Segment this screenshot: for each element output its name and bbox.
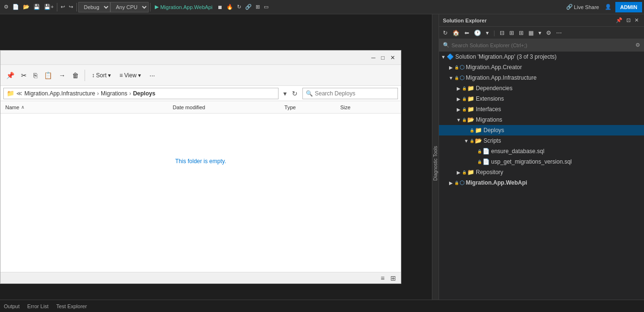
tree-item-ensure-db[interactable]: 🔒 📄 ensure_database.sql — [439, 146, 644, 156]
layout-btn[interactable]: ⊞ — [254, 3, 262, 11]
sort-button[interactable]: ↕ Sort ▾ — [89, 70, 114, 81]
chevron-2: › — [129, 90, 131, 97]
refresh-path-btn[interactable]: ↻ — [290, 89, 300, 98]
se-clock-btn[interactable]: 🕐 — [472, 29, 483, 37]
deploys-icon: 📁 — [475, 127, 482, 134]
attach-btn[interactable]: 🔗 — [243, 3, 254, 11]
close-btn[interactable]: ✕ — [387, 53, 398, 62]
tab-error-list[interactable]: Error List — [27, 302, 49, 310]
path-part-2: Migrations — [101, 90, 127, 97]
col-type-header[interactable]: Type — [284, 104, 340, 110]
se-preview-arrow-btn[interactable]: ▾ — [537, 29, 543, 37]
tree-item-interfaces[interactable]: ▶ 🔒 📁 Interfaces — [439, 104, 644, 114]
nav-cut-btn[interactable]: ✂ — [19, 70, 29, 81]
platform-dropdown[interactable]: Any CPU — [110, 2, 149, 12]
tree-item-dependencies[interactable]: ▶ 🔒 📁 Dependencies — [439, 83, 644, 94]
path-dropdown-btn[interactable]: ▾ — [281, 89, 289, 98]
tab-test-explorer[interactable]: Test Explorer — [56, 302, 87, 310]
flame-btn[interactable]: 🔥 — [225, 3, 235, 11]
redo-btn[interactable]: ↪ — [67, 3, 75, 11]
window-btn[interactable]: ▭ — [262, 3, 270, 11]
deps-arrow: ▶ — [455, 86, 462, 91]
nav-paste-btn[interactable]: 📋 — [42, 70, 54, 81]
nav-pin-btn[interactable]: 📌 — [4, 70, 16, 81]
se-title: Solution Explorer — [443, 18, 487, 23]
list-view-btn[interactable]: ≡ — [379, 273, 386, 283]
minimize-btn[interactable]: ─ — [368, 53, 378, 62]
run-button[interactable]: ▶ Migration.App.WebApi — [152, 3, 215, 11]
address-path[interactable]: 📁 ≪ Migration.App.Infrastructure › Migra… — [3, 88, 279, 99]
feedback-btn[interactable]: 👤 — [603, 3, 613, 11]
se-pin-btn[interactable]: 📌 — [614, 17, 624, 24]
search-box[interactable]: 🔍 — [302, 88, 398, 99]
live-share-btn[interactable]: 🔗 Live Share — [564, 3, 601, 11]
admin-button[interactable]: ADMIN — [615, 2, 642, 12]
save-all-btn[interactable]: 💾+ — [42, 3, 55, 11]
col-date-header[interactable]: Date modified — [173, 104, 285, 110]
grid-view-btn[interactable]: ⊞ — [388, 273, 398, 283]
visual-studio-icon[interactable]: ⚙ — [2, 3, 11, 11]
tree-item-usp[interactable]: 🔒 📄 usp_get_migrations_version.sql — [439, 156, 644, 167]
tree-item-solution[interactable]: ▼ 🔷 Solution 'Migration.App' (3 of 3 pro… — [439, 52, 644, 62]
view-icon: ≡ — [119, 72, 123, 79]
undo-btn[interactable]: ↩ — [59, 3, 67, 11]
more-options-btn[interactable]: ··· — [147, 70, 158, 81]
deps-label: Dependencies — [476, 85, 513, 92]
se-sync-btn[interactable]: ↻ — [441, 29, 450, 37]
repo-icon: 📁 — [467, 169, 474, 176]
col-name-header[interactable]: Name ∧ — [5, 104, 173, 110]
nav-delete-btn[interactable]: 🗑 — [70, 70, 81, 81]
nav-copy-btn[interactable]: ⎘ — [32, 70, 39, 81]
tree-item-infrastructure[interactable]: ▼ 🔒 ⬡ Migration.App.Infrastructure — [439, 73, 644, 83]
stop-btn[interactable]: ⏹ — [215, 3, 225, 11]
lock-icon-iface: 🔒 — [462, 107, 467, 112]
maximize-btn[interactable]: □ — [378, 53, 387, 62]
diagnostic-tools-panel[interactable]: Diagnostic Tools — [432, 14, 439, 300]
explorer-toolbar: 📌 ✂ ⎘ 📋 → 🗑 ↕ Sort ▾ ≡ View ▾ ··· — [0, 65, 401, 86]
nav-move-btn[interactable]: → — [57, 70, 67, 81]
col-size-header[interactable]: Size — [340, 104, 396, 110]
se-header-buttons: 📌 ⊡ ✕ — [614, 17, 640, 24]
creator-label: Migration.App.Creator — [466, 64, 522, 71]
se-misc-btn[interactable]: ⋯ — [554, 29, 564, 37]
tree-item-extensions[interactable]: ▶ 🔒 📁 Extensions — [439, 94, 644, 104]
ensure-db-label: ensure_database.sql — [491, 148, 544, 155]
se-settings-btn[interactable]: ⚙ — [544, 29, 553, 37]
view-button[interactable]: ≡ View ▾ — [117, 70, 144, 81]
lock-icon-ext: 🔒 — [462, 97, 467, 101]
se-home-btn[interactable]: 🏠 — [451, 29, 462, 37]
lock-icon-mig: 🔒 — [462, 118, 467, 122]
tree-item-creator[interactable]: ▶ 🔒 ⬡ Migration.App.Creator — [439, 62, 644, 73]
top-toolbar: ⚙ 📄 📂 💾 💾+ ↩ ↪ Debug Any CPU ▶ Migration… — [0, 0, 644, 14]
build-config-dropdown[interactable]: Debug — [78, 2, 110, 12]
path-separator-1: ≪ — [16, 90, 22, 97]
se-float-btn[interactable]: ⊡ — [625, 17, 632, 24]
new-file-btn[interactable]: 📄 — [11, 3, 21, 11]
iface-arrow: ▶ — [455, 107, 462, 112]
address-actions: ▾ ↻ — [281, 89, 300, 98]
tree-item-webapi[interactable]: ▶ 🔒 ⬡ Migration.App.WebApi — [439, 177, 644, 188]
se-expand-btn[interactable]: ⊞ — [507, 29, 516, 37]
save-btn[interactable]: 💾 — [32, 3, 42, 11]
se-clock-arrow-btn[interactable]: ▾ — [484, 29, 491, 37]
se-search[interactable]: 🔍 ⚙ — [439, 39, 644, 52]
tab-output[interactable]: Output — [4, 302, 20, 310]
tree-item-scripts[interactable]: ▼ 🔒 📂 Scripts — [439, 135, 644, 146]
tree-item-repository[interactable]: ▶ 🔒 📁 Repository — [439, 167, 644, 177]
name-sort-arrow: ∧ — [21, 104, 24, 110]
se-preview-btn[interactable]: ▦ — [526, 29, 536, 37]
se-filter-btn[interactable]: ⊞ — [517, 29, 526, 37]
se-collapse-btn[interactable]: ⊟ — [498, 29, 506, 37]
tree-item-migrations[interactable]: ▼ 🔒 📂 Migrations — [439, 114, 644, 125]
webapi-icon: ⬡ — [460, 179, 464, 186]
webapi-label: Migration.App.WebApi — [466, 179, 527, 186]
se-search-input[interactable] — [451, 42, 633, 48]
refresh-btn[interactable]: ↻ — [235, 3, 243, 11]
open-file-btn[interactable]: 📂 — [21, 3, 32, 11]
tree-item-deploys[interactable]: 🔒 📁 Deploys — [439, 125, 644, 135]
se-back-btn[interactable]: ⬅ — [462, 29, 471, 37]
se-close-btn[interactable]: ✕ — [633, 17, 640, 24]
search-input[interactable] — [315, 90, 386, 97]
explorer-statusbar: ≡ ⊞ — [0, 272, 401, 283]
se-search-icon: 🔍 — [443, 42, 450, 48]
